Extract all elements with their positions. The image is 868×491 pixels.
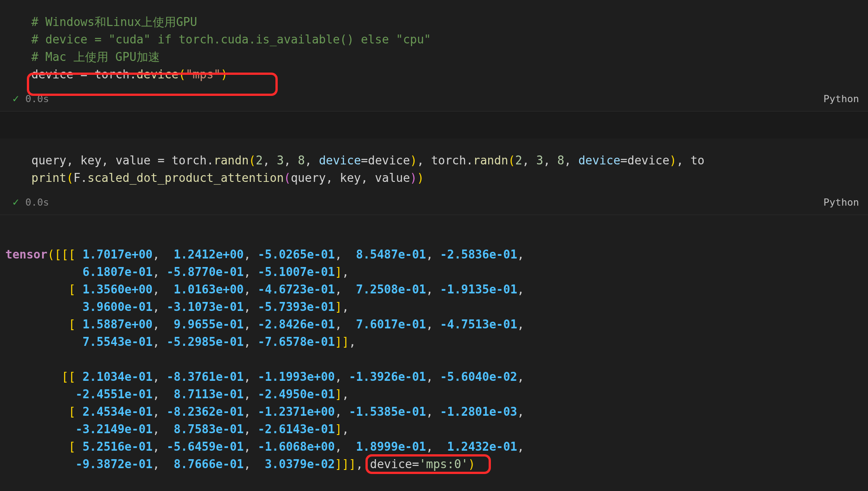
code-comment: # device = "cuda" if torch.cuda.is_avail… (31, 33, 431, 46)
code-cell-2: query, key, value = torch.randn(2, 3, 8,… (0, 138, 868, 215)
code-cell-1: # Windows和Linux上使用GPU # device = "cuda" … (0, 0, 868, 112)
cell-output: tensor([[[ 1.7017e+00, 1.2412e+00, -5.02… (0, 215, 868, 491)
check-icon: ✓ (13, 90, 19, 107)
code-comment: # Mac 上使用 GPU加速 (31, 50, 160, 64)
cell-status-bar: ✓ 0.0s Python (0, 191, 868, 215)
execution-time: 0.0s (25, 91, 49, 106)
language-label[interactable]: Python (824, 91, 859, 106)
code-comment: # Windows和Linux上使用GPU (31, 15, 197, 29)
code-editor-2[interactable]: query, key, value = torch.randn(2, 3, 8,… (0, 138, 868, 191)
execution-time: 0.0s (25, 195, 49, 210)
language-label[interactable]: Python (824, 195, 859, 210)
tensor-values: 1.7017e+00, 1.2412e+00, -5.0265e-01, 8.5… (5, 248, 524, 471)
check-icon: ✓ (13, 194, 19, 210)
cell-status-bar: ✓ 0.0s Python (0, 88, 868, 111)
tensor-label: tensor (5, 248, 47, 261)
code-ident: device (31, 68, 73, 81)
code-editor-1[interactable]: # Windows和Linux上使用GPU # device = "cuda" … (0, 0, 868, 88)
cell-gap (0, 112, 868, 138)
